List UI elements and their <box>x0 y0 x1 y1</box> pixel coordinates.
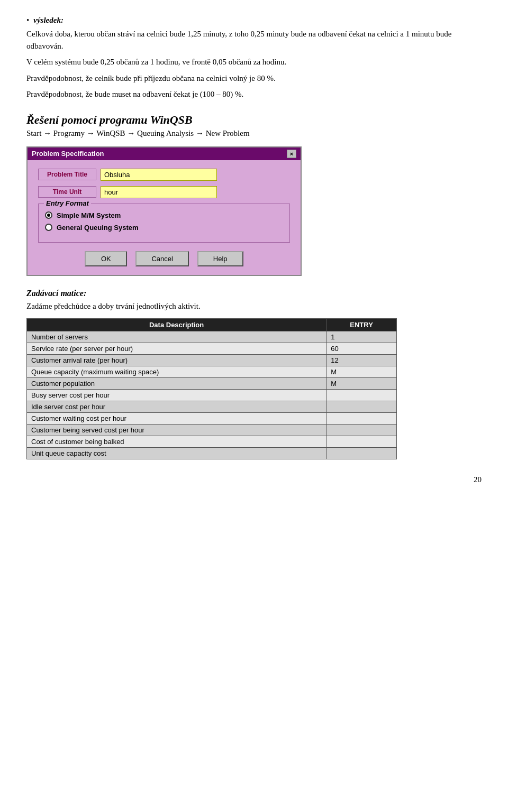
problem-title-input[interactable]: Obsluha <box>101 169 217 181</box>
dialog-titlebar: Problem Specification × <box>28 147 301 160</box>
col-header-desc: Data Description <box>27 319 326 331</box>
para-1: Celková doba, kterou občan stráví na cel… <box>26 28 482 52</box>
table-row: Customer being served cost per hour <box>27 425 397 436</box>
zadavaci-section: Zadávací matice: Zadáme předchůdce a dob… <box>26 289 482 460</box>
table-cell-entry: 1 <box>326 331 397 343</box>
table-cell-desc: Unit queue capacity cost <box>27 448 326 459</box>
para-4: Pravděpodobnost, že bude muset na odbave… <box>26 88 482 100</box>
table-cell-desc: Customer waiting cost per hour <box>27 413 326 425</box>
problem-title-label: Problem Title <box>38 169 96 180</box>
table-cell-entry: M <box>326 366 397 378</box>
table-header-row: Data Description ENTRY <box>27 319 397 331</box>
ok-button[interactable]: OK <box>85 251 127 266</box>
entry-format-legend: Entry Format <box>44 199 91 207</box>
bullet-item: • výsledek: <box>26 16 482 25</box>
entry-format-group: Entry Format Simple M/M System General Q… <box>38 204 290 243</box>
help-button[interactable]: Help <box>197 251 243 266</box>
table-row: Unit queue capacity cost <box>27 448 397 459</box>
radio-simple-mm-circle <box>45 211 52 219</box>
table-row: Number of servers1 <box>27 331 397 343</box>
table-cell-entry: M <box>326 378 397 390</box>
table-cell-desc: Queue capacity (maximum waiting space) <box>27 366 326 378</box>
table-cell-desc: Busy server cost per hour <box>27 390 326 401</box>
zadavaci-sub: Zadáme předchůdce a doby trvání jednotli… <box>26 300 482 312</box>
dialog-buttons: OK Cancel Help <box>38 251 290 266</box>
table-row: Busy server cost per hour <box>27 390 397 401</box>
radio-general-queuing-circle <box>45 224 52 231</box>
table-row: Customer arrival rate (per hour)12 <box>27 355 397 366</box>
para-3: Pravděpodobnost, že celník bude při příj… <box>26 72 482 85</box>
table-cell-desc: Cost of customer being balked <box>27 436 326 448</box>
radio-general-queuing[interactable]: General Queuing System <box>45 224 283 232</box>
radio-simple-mm[interactable]: Simple M/M System <box>45 211 283 219</box>
table-row: Queue capacity (maximum waiting space)M <box>27 366 397 378</box>
table-cell-entry <box>326 390 397 401</box>
table-cell-desc: Customer being served cost per hour <box>27 425 326 436</box>
page-number: 20 <box>26 475 482 484</box>
table-cell-entry <box>326 448 397 459</box>
table-cell-desc: Customer population <box>27 378 326 390</box>
nav-path: Start → Programy → WinQSB → Queuing Anal… <box>26 129 482 138</box>
table-cell-entry <box>326 436 397 448</box>
table-cell-desc: Idle server cost per hour <box>27 401 326 413</box>
bullet-label: výsledek: <box>33 16 64 25</box>
col-header-entry: ENTRY <box>326 319 397 331</box>
intro-section: • výsledek: Celková doba, kterou občan s… <box>26 16 482 100</box>
radio-general-queuing-label: General Queuing System <box>57 224 139 232</box>
table-cell-desc: Customer arrival rate (per hour) <box>27 355 326 366</box>
radio-simple-mm-label: Simple M/M System <box>57 211 121 219</box>
time-unit-input[interactable]: hour <box>101 186 217 198</box>
cancel-button[interactable]: Cancel <box>135 251 188 266</box>
table-cell-entry <box>326 401 397 413</box>
table-row: Customer waiting cost per hour <box>27 413 397 425</box>
table-row: Cost of customer being balked <box>27 436 397 448</box>
time-unit-label: Time Unit <box>38 186 96 198</box>
table-cell-desc: Service rate (per server per hour) <box>27 343 326 355</box>
table-row: Customer populationM <box>27 378 397 390</box>
section-heading: Řešení pomocí programu WinQSB <box>26 113 482 127</box>
dialog-body: Problem Title Obsluha Time Unit hour Ent… <box>28 160 301 275</box>
table-row: Idle server cost per hour <box>27 401 397 413</box>
table-cell-entry: 60 <box>326 343 397 355</box>
data-table: Data Description ENTRY Number of servers… <box>26 318 397 459</box>
time-unit-row: Time Unit hour <box>38 186 290 198</box>
dialog-close-button[interactable]: × <box>287 150 296 158</box>
bullet-symbol: • <box>26 16 29 25</box>
table-cell-desc: Number of servers <box>27 331 326 343</box>
para-2: V celém systému bude 0,25 občanů za 1 ho… <box>26 56 482 68</box>
problem-title-row: Problem Title Obsluha <box>38 169 290 181</box>
table-cell-entry <box>326 413 397 425</box>
dialog-title: Problem Specification <box>32 150 104 158</box>
table-cell-entry <box>326 425 397 436</box>
zadavaci-heading: Zadávací matice: <box>26 289 482 298</box>
problem-specification-dialog: Problem Specification × Problem Title Ob… <box>26 146 302 276</box>
table-row: Service rate (per server per hour)60 <box>27 343 397 355</box>
table-cell-entry: 12 <box>326 355 397 366</box>
